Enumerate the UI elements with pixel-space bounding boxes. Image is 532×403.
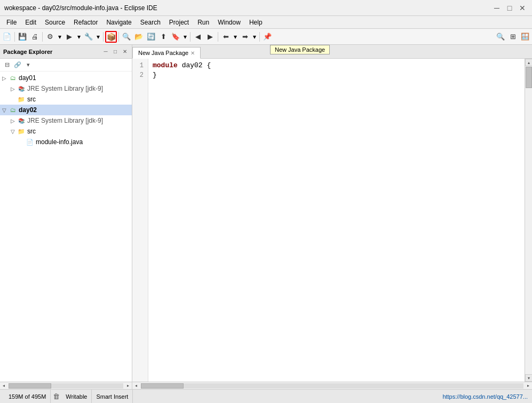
print-button[interactable]: 🖨 <box>29 31 41 43</box>
tree-item-module-info[interactable]: ▷ 📄 module-info.java <box>0 137 132 147</box>
pin-editor[interactable]: 📌 <box>261 31 273 43</box>
back-dropdown[interactable]: ▾ <box>232 31 239 43</box>
lib-icon-jre1: 📚 <box>17 84 26 93</box>
tree-item-src1[interactable]: ▷ 📁 src <box>0 94 132 105</box>
new-button[interactable]: 📄 <box>1 31 13 43</box>
save-button[interactable]: 💾 <box>17 31 28 43</box>
toggle-jre2[interactable]: ▷ <box>9 118 17 124</box>
view-menu-btn[interactable]: ▾ <box>23 60 33 70</box>
menu-file[interactable]: File <box>2 16 21 28</box>
code-line-1: module day02 { <box>153 61 520 70</box>
open-type[interactable]: 🔍 <box>121 31 132 43</box>
menu-navigate[interactable]: Navigate <box>102 16 136 28</box>
forward-dropdown[interactable]: ▾ <box>251 31 258 43</box>
run-dropdown[interactable]: ▾ <box>76 31 82 43</box>
sep5 <box>190 32 190 42</box>
sidebar-minimize-btn[interactable]: ─ <box>102 48 109 56</box>
debug-config[interactable]: ⚙ <box>44 31 56 43</box>
scroll-v-track <box>525 66 532 374</box>
external-dropdown[interactable]: ▾ <box>95 31 101 43</box>
menu-help[interactable]: Help <box>245 16 267 28</box>
tree-item-day01[interactable]: ▷ 🗂 day01 <box>0 73 132 83</box>
line-num-1: 1 <box>132 61 146 70</box>
label-module-info: module-info.java <box>36 138 83 146</box>
menu-source[interactable]: Source <box>41 16 69 28</box>
gc-button[interactable]: 🗑 <box>51 391 61 402</box>
label-day01: day01 <box>19 74 36 82</box>
menu-run[interactable]: Run <box>193 16 213 28</box>
scroll-left-arrow[interactable]: ◂ <box>0 382 7 390</box>
forward-btn[interactable]: ➡ <box>239 31 251 43</box>
editor-h-thumb[interactable] <box>141 383 184 389</box>
toggle-src1[interactable]: ▷ <box>9 97 17 102</box>
toggle-day02[interactable]: ▽ <box>0 107 9 113</box>
menu-project[interactable]: Project <box>165 16 193 28</box>
editor-scroll-right[interactable]: ▸ <box>525 382 532 390</box>
menu-edit[interactable]: Edit <box>21 16 41 28</box>
blog-url[interactable]: https://blog.csdn.net/qq_42577... <box>442 393 528 400</box>
file-icon-module: 📄 <box>26 138 34 146</box>
editor-scrollbar-horizontal[interactable]: ◂ ▸ <box>132 382 532 389</box>
editor-area: New Java Package ✕ New Java Package 1 2 … <box>132 45 532 389</box>
tree-item-day02[interactable]: ▽ 🗂 day02 <box>0 105 132 115</box>
menu-search[interactable]: Search <box>136 16 165 28</box>
menu-window[interactable]: Window <box>213 16 245 28</box>
scroll-thumb[interactable] <box>9 383 51 389</box>
toggle-module[interactable]: ▷ <box>17 139 26 145</box>
scroll-right-arrow[interactable]: ▸ <box>124 382 132 390</box>
code-area[interactable]: module day02 { } <box>148 59 525 382</box>
bookmark-dropdown[interactable]: ▾ <box>182 31 188 43</box>
writable-segment: Writable <box>61 390 92 403</box>
minimize-button[interactable]: ─ <box>491 3 502 13</box>
editor-tab-new-java-package[interactable]: New Java Package ✕ <box>132 47 201 59</box>
sep7 <box>259 32 260 42</box>
src-icon-2: 📁 <box>17 127 26 136</box>
scroll-down-arrow[interactable]: ▾ <box>525 374 532 382</box>
title-text: wokespace - day02/src/module-info.java -… <box>4 4 157 12</box>
run-button[interactable]: ▶ <box>63 31 75 43</box>
maximize-button[interactable]: □ <box>504 3 515 13</box>
external-tools[interactable]: 🔧 <box>83 31 94 43</box>
collapse-all-btn[interactable]: ⊟ <box>2 60 12 70</box>
tree-item-jre1[interactable]: ▷ 📚 JRE System Library [jdk-9] <box>0 83 132 94</box>
toggle-day01[interactable]: ▷ <box>0 75 9 81</box>
link-editor-btn[interactable]: 🔗 <box>13 60 22 70</box>
tab-tooltip: New Java Package <box>270 45 330 54</box>
toggle-src2[interactable]: ▽ <box>9 129 17 135</box>
back-btn[interactable]: ⬅ <box>220 31 232 43</box>
editor-scroll-left[interactable]: ◂ <box>132 382 140 390</box>
sidebar-scrollbar[interactable]: ◂ ▸ <box>0 382 132 389</box>
editor-scrollbar-vertical[interactable]: ▴ ▾ <box>525 59 532 382</box>
tab-close-btn[interactable]: ✕ <box>190 50 195 56</box>
line-num-2: 2 <box>132 70 146 80</box>
prev-edit[interactable]: ◀ <box>192 31 204 43</box>
debug-dropdown[interactable]: ▾ <box>57 31 63 43</box>
status-bar: 159M of 495M 🗑 Writable Smart Insert htt… <box>0 389 532 403</box>
tab-label: New Java Package <box>138 50 188 56</box>
next-edit[interactable]: ▶ <box>204 31 216 43</box>
toolbar: 📄 💾 🖨 ⚙ ▾ ▶ ▾ 🔧 ▾ 📦 🔍 📂 🔄 ⬆ 🔖 ▾ ◀ ▶ ⬅ ▾ … <box>0 29 532 45</box>
open-resource[interactable]: 📂 <box>133 31 145 43</box>
toggle-jre1[interactable]: ▷ <box>9 86 17 92</box>
close-button[interactable]: ✕ <box>517 3 528 13</box>
perspective-btn[interactable]: 🪟 <box>519 31 531 43</box>
sidebar-title: Package Explorer <box>3 49 52 55</box>
scroll-up-arrow[interactable]: ▴ <box>525 59 532 66</box>
menu-refactor[interactable]: Refactor <box>69 16 102 28</box>
sep1 <box>14 32 15 42</box>
sidebar-toolbar: ⊟ 🔗 ▾ <box>0 59 132 72</box>
scroll-v-thumb[interactable] <box>526 67 532 88</box>
search-btn[interactable]: 🔍 <box>495 31 506 43</box>
grid-btn[interactable]: ⊞ <box>507 31 519 43</box>
btn-b[interactable]: ⬆ <box>157 31 169 43</box>
btn-a[interactable]: 🔄 <box>145 31 157 43</box>
btn-c[interactable]: 🔖 <box>170 31 181 43</box>
menu-bar: File Edit Source Refactor Navigate Searc… <box>0 16 532 29</box>
sidebar-close-btn[interactable]: ✕ <box>121 48 129 56</box>
sidebar-tree: ▷ 🗂 day01 ▷ 📚 JRE System Library [jdk-9]… <box>0 72 132 382</box>
sidebar-maximize-btn[interactable]: □ <box>112 48 119 56</box>
new-java-package-button[interactable]: 📦 <box>105 31 117 43</box>
tree-item-src2[interactable]: ▽ 📁 src <box>0 126 132 137</box>
tree-item-jre2[interactable]: ▷ 📚 JRE System Library [jdk-9] <box>0 115 132 126</box>
label-jre1: JRE System Library [jdk-9] <box>27 85 103 92</box>
